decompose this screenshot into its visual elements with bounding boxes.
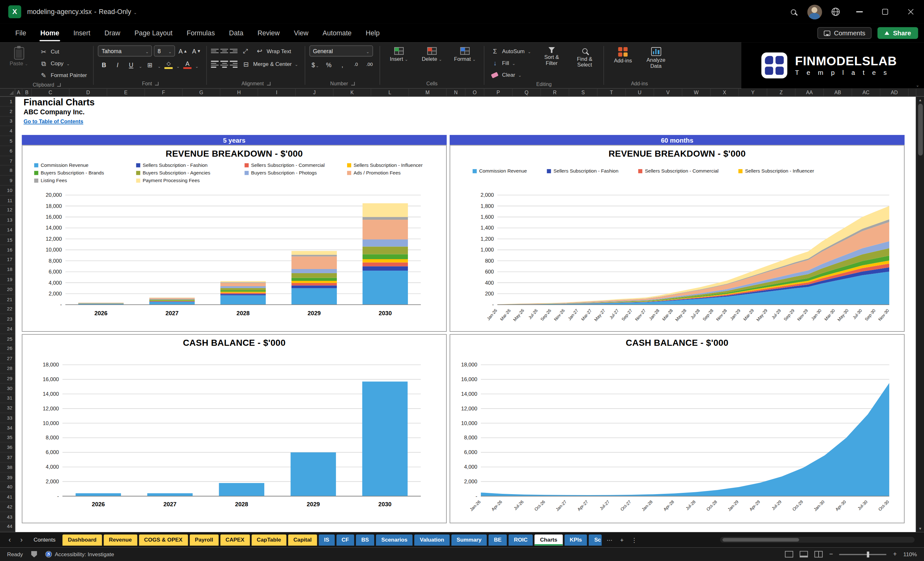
- column-header-F[interactable]: F: [145, 88, 183, 96]
- zoom-slider-thumb[interactable]: [867, 551, 869, 557]
- row-header-2[interactable]: 2: [0, 106, 15, 117]
- more-sheets-icon[interactable]: ⋯: [604, 537, 615, 543]
- sheet-tab-summary[interactable]: Summary: [451, 534, 487, 545]
- column-header-J[interactable]: J: [296, 88, 333, 96]
- column-header-AD[interactable]: AD: [880, 88, 909, 96]
- borders-icon[interactable]: [144, 59, 156, 70]
- row-header-44[interactable]: 44: [0, 522, 15, 532]
- comma-format-icon[interactable]: ,: [336, 59, 348, 70]
- font-size-select[interactable]: 8: [154, 45, 176, 57]
- row-header-35[interactable]: 35: [0, 433, 15, 443]
- delete-cells-button[interactable]: Delete: [417, 45, 447, 64]
- column-header-D[interactable]: D: [69, 88, 107, 96]
- collapse-ribbon-icon[interactable]: [916, 82, 919, 88]
- column-header-C[interactable]: C: [32, 88, 69, 96]
- align-middle-icon[interactable]: [220, 49, 228, 54]
- column-header-G[interactable]: G: [183, 88, 220, 96]
- column-header-X[interactable]: X: [711, 88, 739, 96]
- add-sheet-icon[interactable]: +: [617, 537, 627, 543]
- sheet-tab-captable[interactable]: CapTable: [252, 534, 286, 545]
- globe-icon[interactable]: [825, 0, 846, 24]
- italic-button[interactable]: I: [112, 59, 123, 70]
- row-header-28[interactable]: 28: [0, 364, 15, 374]
- row-header-10[interactable]: 10: [0, 186, 15, 195]
- row-header-33[interactable]: 33: [0, 413, 15, 423]
- paste-button[interactable]: Paste: [4, 45, 34, 69]
- scroll-up-icon[interactable]: ▲: [919, 97, 922, 104]
- row-header-39[interactable]: 39: [0, 472, 15, 482]
- page-break-view-icon[interactable]: [814, 551, 823, 557]
- align-center-icon[interactable]: [220, 61, 228, 68]
- merge-center-button[interactable]: Merge & Center: [240, 59, 301, 69]
- row-header-43[interactable]: 43: [0, 512, 15, 522]
- sheet-tab-contents[interactable]: Contents: [28, 534, 61, 545]
- row-header-8[interactable]: 8: [0, 166, 15, 176]
- borders-menu-icon[interactable]: [158, 59, 161, 70]
- chart-cash-balance-60m[interactable]: CASH BALANCE - $'000 -2,0004,0006,0008,0…: [450, 334, 904, 523]
- column-header-O[interactable]: O: [465, 88, 484, 96]
- column-header-M[interactable]: M: [409, 88, 446, 96]
- ribbon-tab-file[interactable]: File: [8, 24, 33, 42]
- column-header-L[interactable]: L: [371, 88, 409, 96]
- ribbon-tab-home[interactable]: Home: [33, 24, 66, 42]
- fill-button[interactable]: Fill: [488, 58, 533, 68]
- clear-button[interactable]: Clear: [488, 69, 533, 80]
- column-header-I[interactable]: I: [258, 88, 296, 96]
- dialog-launcher-icon[interactable]: [57, 83, 60, 86]
- font-name-select[interactable]: Tahoma: [98, 45, 152, 57]
- format-painter-button[interactable]: Format Painter: [37, 70, 90, 81]
- analyze-data-button[interactable]: Analyze Data: [641, 45, 671, 71]
- select-all-corner[interactable]: [0, 88, 15, 96]
- column-header-V[interactable]: V: [654, 88, 682, 96]
- decrease-decimal-icon[interactable]: .00: [364, 59, 375, 70]
- worksheet[interactable]: 1234567891011121314151617181920212223242…: [0, 97, 924, 532]
- column-header-H[interactable]: H: [220, 88, 258, 96]
- font-color-menu-icon[interactable]: [195, 59, 199, 70]
- row-header-13[interactable]: 13: [0, 215, 15, 225]
- row-header-18[interactable]: 18: [0, 265, 15, 275]
- ribbon-tab-page-layout[interactable]: Page Layout: [128, 24, 180, 42]
- column-header-S[interactable]: S: [569, 88, 598, 96]
- ribbon-tab-formulas[interactable]: Formulas: [180, 24, 222, 42]
- sheet-tab-is[interactable]: IS: [319, 534, 334, 545]
- row-header-14[interactable]: 14: [0, 225, 15, 235]
- close-button[interactable]: [898, 0, 924, 24]
- align-left-icon[interactable]: [211, 61, 219, 68]
- addins-button[interactable]: Add-ins: [608, 45, 638, 66]
- ribbon-tab-view[interactable]: View: [287, 24, 315, 42]
- vertical-scrollbar[interactable]: ▲ ▼: [916, 97, 924, 532]
- row-header-21[interactable]: 21: [0, 294, 15, 304]
- column-header-AB[interactable]: AB: [824, 88, 852, 96]
- page-layout-view-icon[interactable]: [800, 551, 808, 557]
- row-header-42[interactable]: 42: [0, 502, 15, 512]
- ribbon-tab-automate[interactable]: Automate: [315, 24, 359, 42]
- insert-cells-button[interactable]: Insert: [384, 45, 414, 64]
- ribbon-tab-data[interactable]: Data: [222, 24, 250, 42]
- align-top-icon[interactable]: [211, 49, 219, 54]
- row-header-16[interactable]: 16: [0, 245, 15, 255]
- orientation-icon[interactable]: [240, 45, 251, 57]
- column-header-W[interactable]: W: [682, 88, 711, 96]
- find-select-button[interactable]: Find & Select: [570, 45, 600, 70]
- row-header-34[interactable]: 34: [0, 423, 15, 433]
- sheet-tab-bs[interactable]: BS: [356, 534, 374, 545]
- row-header-19[interactable]: 19: [0, 275, 15, 285]
- sheet-tab-scenarios[interactable]: Scenarios: [376, 534, 413, 545]
- copy-button[interactable]: Copy: [37, 58, 90, 69]
- chart-revenue-breakdown-60m[interactable]: REVENUE BREAKDOWN - $'000 Commission Rev…: [450, 145, 904, 332]
- row-header-24[interactable]: 24: [0, 324, 15, 334]
- sheet-tab-cf[interactable]: CF: [336, 534, 354, 545]
- accessibility-checker[interactable]: ♿ Accessibility: Investigate: [45, 551, 114, 557]
- row-header-40[interactable]: 40: [0, 482, 15, 492]
- prev-sheet-icon[interactable]: ‹: [5, 536, 15, 544]
- ribbon-tab-review[interactable]: Review: [250, 24, 286, 42]
- ribbon-tab-draw[interactable]: Draw: [98, 24, 128, 42]
- column-header-B[interactable]: B: [22, 88, 32, 96]
- row-header-23[interactable]: 23: [0, 314, 15, 324]
- currency-format-icon[interactable]: $: [309, 59, 321, 70]
- row-header-20[interactable]: 20: [0, 285, 15, 294]
- column-header-A[interactable]: A: [15, 88, 22, 96]
- account-avatar[interactable]: [804, 0, 825, 24]
- column-header-Y[interactable]: Y: [739, 88, 767, 96]
- horizontal-scroll-thumb[interactable]: [723, 538, 799, 542]
